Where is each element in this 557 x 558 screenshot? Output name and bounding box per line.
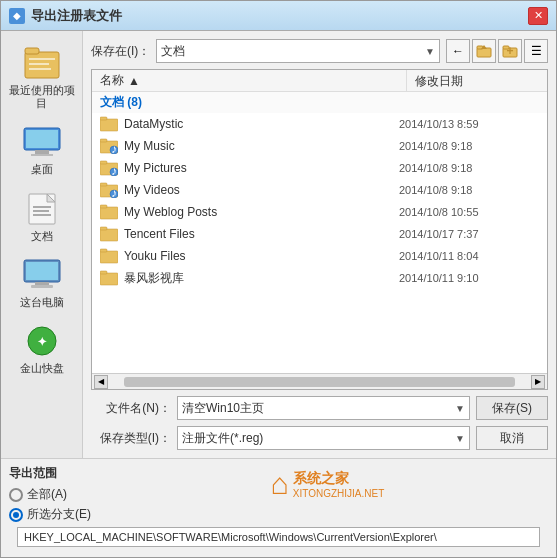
list-item[interactable]: ♪ My Pictures2014/10/8 9:18 bbox=[92, 157, 547, 179]
recent-icon bbox=[22, 45, 62, 81]
sidebar-item-documents[interactable]: 文档 bbox=[3, 185, 81, 249]
filetype-input[interactable]: 注册文件(*.reg) ▼ bbox=[177, 426, 470, 450]
sidebar-item-cloud[interactable]: ✦ 金山快盘 bbox=[3, 317, 81, 381]
cancel-button[interactable]: 取消 bbox=[476, 426, 548, 450]
filetype-dropdown-arrow: ▼ bbox=[455, 433, 465, 444]
house-icon: ⌂ bbox=[271, 467, 289, 501]
location-dropdown-text: 文档 bbox=[161, 43, 185, 60]
list-item[interactable]: 暴风影视库2014/10/11 9:10 bbox=[92, 267, 547, 289]
file-item-name: DataMystic bbox=[124, 117, 393, 131]
computer-icon bbox=[22, 257, 62, 293]
radio-selected-circle[interactable] bbox=[9, 508, 23, 522]
folder-icon: ♪ bbox=[100, 137, 118, 155]
list-item[interactable]: ♪ My Music2014/10/8 9:18 bbox=[92, 135, 547, 157]
file-item-name: 暴风影视库 bbox=[124, 270, 393, 287]
scroll-left-button[interactable]: ◀ bbox=[94, 375, 108, 389]
sidebar-item-desktop[interactable]: 桌面 bbox=[3, 118, 81, 182]
svg-rect-29 bbox=[100, 139, 107, 142]
new-folder-button[interactable]: + bbox=[498, 39, 522, 63]
radio-selected-label: 所选分支(E) bbox=[27, 506, 91, 523]
svg-rect-42 bbox=[100, 229, 118, 241]
save-button[interactable]: 保存(S) bbox=[476, 396, 548, 420]
svg-rect-16 bbox=[35, 282, 49, 285]
export-range-section: 导出范围 全部(A) 所选分支(E) ⌂ 系统之家 bbox=[1, 458, 556, 557]
sidebar-item-desktop-label: 桌面 bbox=[31, 163, 53, 176]
file-list-scroll[interactable]: 文档 (8) DataMystic2014/10/13 8:59 ♪ My Mu… bbox=[92, 92, 547, 373]
svg-rect-46 bbox=[100, 273, 118, 285]
folder-icon bbox=[100, 225, 118, 243]
svg-text:♪: ♪ bbox=[111, 142, 117, 154]
svg-rect-2 bbox=[29, 58, 55, 60]
radio-group: 全部(A) 所选分支(E) bbox=[9, 486, 91, 523]
filetype-value: 注册文件(*.reg) bbox=[182, 430, 263, 447]
close-button[interactable]: ✕ bbox=[528, 7, 548, 25]
svg-rect-37 bbox=[100, 183, 107, 186]
svg-rect-40 bbox=[100, 207, 118, 219]
filetype-label: 保存类型(I)： bbox=[91, 430, 171, 447]
radio-all[interactable]: 全部(A) bbox=[9, 486, 91, 503]
sort-ascending-icon: ▲ bbox=[128, 74, 140, 88]
svg-rect-15 bbox=[26, 262, 58, 280]
list-item[interactable]: DataMystic2014/10/13 8:59 bbox=[92, 113, 547, 135]
location-label: 保存在(I)： bbox=[91, 43, 150, 60]
sidebar-item-recent[interactable]: 最近使用的项目 bbox=[3, 39, 81, 116]
file-item-date: 2014/10/8 9:18 bbox=[399, 162, 539, 174]
title-bar: ◆ 导出注册表文件 ✕ bbox=[1, 1, 556, 31]
file-item-date: 2014/10/13 8:59 bbox=[399, 118, 539, 130]
watermark-area: ⌂ 系统之家 XITONGZHIJIA.NET bbox=[107, 465, 548, 503]
desktop-icon bbox=[22, 124, 62, 160]
file-item-date: 2014/10/8 9:18 bbox=[399, 184, 539, 196]
sidebar-item-computer[interactable]: 这台电脑 bbox=[3, 251, 81, 315]
column-date-header[interactable]: 修改日期 bbox=[407, 70, 547, 91]
list-item[interactable]: Tencent Files2014/10/17 7:37 bbox=[92, 223, 547, 245]
watermark-text: 系统之家 XITONGZHIJIA.NET bbox=[293, 470, 385, 499]
scroll-thumb[interactable] bbox=[124, 377, 515, 387]
svg-rect-17 bbox=[31, 285, 53, 288]
scroll-right-button[interactable]: ▶ bbox=[531, 375, 545, 389]
column-name-label: 名称 bbox=[100, 72, 124, 89]
window-icon: ◆ bbox=[9, 8, 25, 24]
back-button[interactable]: ← bbox=[446, 39, 470, 63]
file-item-date: 2014/10/8 10:55 bbox=[399, 206, 539, 218]
file-item-date: 2014/10/11 8:04 bbox=[399, 250, 539, 262]
svg-rect-33 bbox=[100, 161, 107, 164]
svg-rect-27 bbox=[100, 117, 107, 120]
folder-icon bbox=[100, 115, 118, 133]
up-folder-button[interactable] bbox=[472, 39, 496, 63]
list-item[interactable]: My Weblog Posts2014/10/8 10:55 bbox=[92, 201, 547, 223]
column-date-label: 修改日期 bbox=[415, 74, 463, 88]
filename-input[interactable]: 清空Win10主页 ▼ bbox=[177, 396, 470, 420]
dialog-window: ◆ 导出注册表文件 ✕ 最近使用的项目 bbox=[0, 0, 557, 558]
window-title: 导出注册表文件 bbox=[31, 7, 122, 25]
svg-rect-26 bbox=[100, 119, 118, 131]
list-item[interactable]: Youku Files2014/10/11 8:04 bbox=[92, 245, 547, 267]
sidebar-item-documents-label: 文档 bbox=[31, 230, 53, 243]
svg-rect-8 bbox=[31, 154, 53, 156]
horizontal-scrollbar[interactable]: ◀ ▶ bbox=[92, 373, 547, 389]
svg-rect-44 bbox=[100, 251, 118, 263]
svg-rect-3 bbox=[29, 63, 49, 65]
filetype-row: 保存类型(I)： 注册文件(*.reg) ▼ 取消 bbox=[91, 426, 548, 450]
cloud-icon: ✦ bbox=[22, 323, 62, 359]
svg-rect-11 bbox=[33, 206, 51, 208]
column-name-header[interactable]: 名称 ▲ bbox=[92, 70, 407, 91]
file-item-name: Tencent Files bbox=[124, 227, 393, 241]
svg-text:♪: ♪ bbox=[111, 186, 117, 198]
title-bar-left: ◆ 导出注册表文件 bbox=[9, 7, 122, 25]
file-item-name: My Weblog Posts bbox=[124, 205, 393, 219]
folder-icon bbox=[100, 269, 118, 287]
watermark-url: XITONGZHIJIA.NET bbox=[293, 488, 385, 499]
file-item-name: My Pictures bbox=[124, 161, 393, 175]
list-item[interactable]: ♪ My Videos2014/10/8 9:18 bbox=[92, 179, 547, 201]
file-item-name: Youku Files bbox=[124, 249, 393, 263]
radio-all-circle[interactable] bbox=[9, 488, 23, 502]
svg-rect-4 bbox=[29, 68, 51, 70]
file-item-date: 2014/10/8 9:18 bbox=[399, 140, 539, 152]
svg-text:✦: ✦ bbox=[37, 335, 47, 349]
view-button[interactable]: ☰ bbox=[524, 39, 548, 63]
radio-selected-branch[interactable]: 所选分支(E) bbox=[9, 506, 91, 523]
sidebar: 最近使用的项目 桌面 bbox=[1, 31, 83, 458]
dialog-body: 最近使用的项目 桌面 bbox=[1, 31, 556, 458]
filename-row: 文件名(N)： 清空Win10主页 ▼ 保存(S) bbox=[91, 396, 548, 420]
location-dropdown[interactable]: 文档 ▼ bbox=[156, 39, 440, 63]
